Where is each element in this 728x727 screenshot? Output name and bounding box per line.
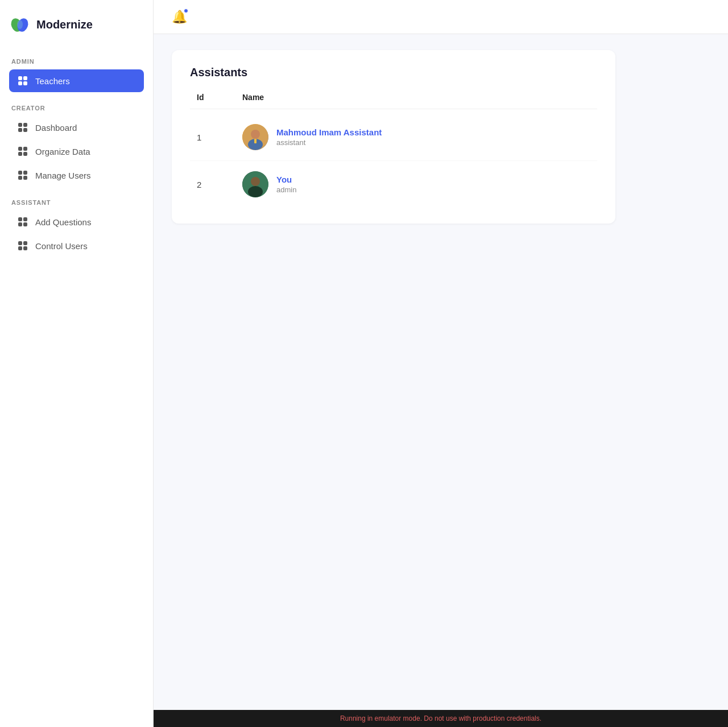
sidebar-item-manage-users[interactable]: Manage Users — [9, 164, 144, 187]
content-area: Assistants Id Name 1 — [154, 34, 728, 710]
teachers-icon — [17, 75, 28, 86]
row-id-2: 2 — [197, 180, 242, 189]
col-header-name: Name — [242, 93, 590, 102]
sidebar-item-dashboard[interactable]: Dashboard — [9, 116, 144, 139]
user-name-1: Mahmoud Imam Assistant — [276, 127, 382, 137]
app-logo-icon — [9, 14, 31, 35]
avatar-image-2 — [242, 171, 268, 197]
table-row: 2 You admin — [190, 161, 597, 208]
admin-section-label: ADMIN — [9, 58, 144, 65]
sidebar-item-organize-data[interactable]: Organize Data — [9, 140, 144, 163]
sidebar: Modernize ADMIN Teachers CREATOR Dashboa… — [0, 0, 154, 727]
organize-data-icon — [17, 146, 28, 157]
svg-point-3 — [17, 20, 23, 29]
creator-section: CREATOR Dashboard Organize Data — [9, 102, 144, 188]
dashboard-icon — [17, 122, 28, 133]
control-users-icon — [17, 240, 28, 251]
add-questions-icon — [17, 216, 28, 228]
avatar-1 — [242, 124, 268, 150]
assistant-section: ASSISTANT Add Questions Control Users — [9, 197, 144, 258]
creator-section-label: CREATOR — [9, 105, 144, 111]
svg-point-5 — [251, 130, 260, 139]
user-info-2: You admin — [242, 171, 590, 197]
admin-section: ADMIN Teachers — [9, 56, 144, 93]
svg-point-10 — [248, 186, 263, 197]
sidebar-item-organize-data-label: Organize Data — [35, 147, 90, 156]
assistants-card: Assistants Id Name 1 — [172, 50, 615, 224]
sidebar-item-add-questions[interactable]: Add Questions — [9, 210, 144, 233]
emulator-warning-bar: Running in emulator mode. Do not use wit… — [154, 710, 728, 727]
avatar-image-1 — [242, 124, 268, 150]
notification-dot — [184, 9, 188, 13]
sidebar-item-dashboard-label: Dashboard — [35, 123, 77, 133]
table-row: 1 — [190, 114, 597, 161]
sidebar-item-manage-users-label: Manage Users — [35, 171, 91, 180]
card-title: Assistants — [190, 66, 597, 79]
app-name: Modernize — [36, 18, 93, 31]
logo-area: Modernize — [9, 11, 144, 38]
row-id-1: 1 — [197, 133, 242, 142]
user-info-1: Mahmoud Imam Assistant assistant — [242, 124, 590, 150]
sidebar-item-teachers-label: Teachers — [35, 76, 70, 86]
user-role-2: admin — [276, 185, 296, 194]
sidebar-item-teachers[interactable]: Teachers — [9, 69, 144, 92]
sidebar-item-add-questions-label: Add Questions — [35, 217, 91, 227]
svg-rect-7 — [254, 139, 257, 143]
table-header: Id Name — [190, 93, 597, 109]
user-name-2: You — [276, 175, 296, 184]
svg-point-9 — [251, 177, 260, 186]
user-details-2: You admin — [276, 175, 296, 194]
sidebar-item-control-users[interactable]: Control Users — [9, 234, 144, 257]
sidebar-item-control-users-label: Control Users — [35, 241, 88, 251]
emulator-warning-text: Running in emulator mode. Do not use wit… — [340, 714, 541, 722]
user-details-1: Mahmoud Imam Assistant assistant — [276, 127, 382, 147]
col-header-id: Id — [197, 93, 242, 102]
user-role-1: assistant — [276, 138, 382, 147]
notification-bell[interactable]: 🔔 — [172, 10, 187, 24]
header: 🔔 — [154, 0, 728, 34]
manage-users-icon — [17, 170, 28, 181]
assistant-section-label: ASSISTANT — [9, 199, 144, 206]
main-content: 🔔 Assistants Id Name 1 — [154, 0, 728, 727]
avatar-2 — [242, 171, 268, 197]
